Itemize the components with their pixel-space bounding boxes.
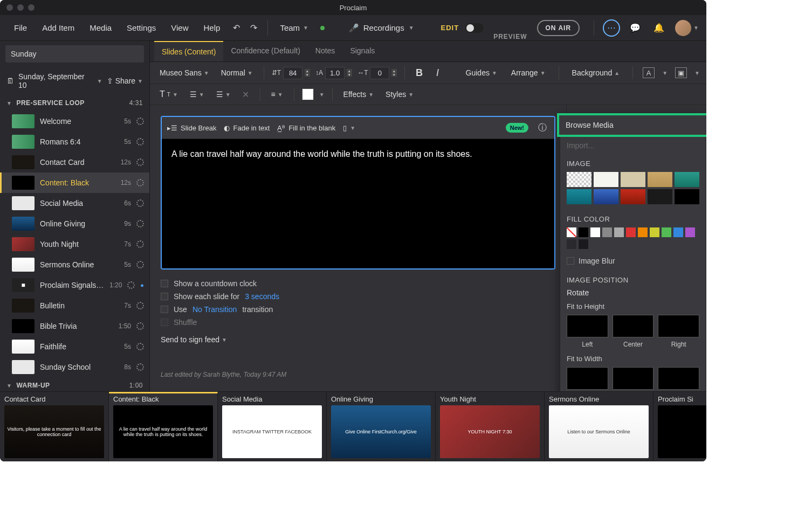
editor-canvas[interactable]: A lie can travel half way around the wor…	[162, 139, 554, 268]
fit-width-bottom[interactable]: Bottom	[658, 367, 699, 391]
date-label[interactable]: Sunday, September 10	[18, 72, 93, 89]
edit-preview-toggle[interactable]	[465, 23, 484, 33]
image-swatch-dark[interactable]	[648, 189, 672, 204]
slide-break-button[interactable]: ▸☰Slide Break	[167, 124, 216, 132]
image-swatch-black[interactable]	[675, 189, 699, 204]
tab-signals[interactable]: Signals	[342, 41, 382, 61]
slide-item[interactable]: ■Proclaim Signals - Ge…1:20●	[0, 275, 149, 295]
onair-button[interactable]: ON AIR	[537, 20, 580, 36]
fit-width-center[interactable]: Center	[613, 367, 654, 391]
image-swatch-beige[interactable]	[621, 172, 645, 187]
fit-height-left[interactable]: Left	[567, 315, 608, 348]
slide-item[interactable]: Content: Black12s	[0, 172, 149, 193]
team-dropdown[interactable]: Team ▼	[274, 20, 314, 36]
filmstrip[interactable]: Contact CardVisitors, please take a mome…	[0, 391, 706, 461]
italic-button[interactable]: I	[431, 66, 444, 79]
image-swatch-white[interactable]	[594, 172, 618, 187]
arrange-dropdown[interactable]: Arrange ▼	[508, 66, 549, 79]
fill-yellow[interactable]	[650, 227, 659, 237]
image-swatch-cyan[interactable]	[567, 189, 591, 204]
filmstrip-item[interactable]: Social MediaINSTAGRAM TWITTER FACEBOOK	[218, 392, 327, 461]
fill-black[interactable]	[579, 227, 588, 237]
bell-icon[interactable]: 🔔	[650, 19, 668, 37]
import-button[interactable]: Import...	[560, 137, 706, 154]
align-dropdown[interactable]: ≡ ▼	[268, 88, 286, 101]
font-size-stepper[interactable]: ⇵T▴▾	[272, 67, 310, 79]
fill-purple[interactable]	[685, 227, 695, 237]
image-swatch-parchment[interactable]	[648, 172, 672, 187]
slide-item[interactable]: Online Giving9s	[0, 213, 149, 234]
seconds-link[interactable]: 3 seconds	[245, 292, 279, 301]
menu-help[interactable]: Help	[197, 20, 227, 36]
indent-dropdown[interactable]: ☰ ▼	[213, 88, 234, 101]
menu-file[interactable]: File	[8, 20, 33, 36]
font-weight-select[interactable]: Normal ▼	[218, 66, 256, 79]
menu-media[interactable]: Media	[83, 20, 118, 36]
image-icon[interactable]: ▣	[675, 67, 687, 78]
slide-item[interactable]: Welcome5s	[0, 111, 149, 132]
fade-in-button[interactable]: ◐Fade in text	[224, 124, 270, 132]
info-icon[interactable]: ⓘ	[536, 121, 549, 134]
text-style-icon[interactable]: A	[643, 67, 655, 78]
slide-list[interactable]: ▼PRE-SERVICE LOOP4:31Welcome5sRomans 6:4…	[0, 95, 149, 391]
background-dropdown[interactable]: Background ▲	[569, 66, 623, 79]
text-transform-dropdown[interactable]: TT ▼	[156, 87, 181, 101]
filmstrip-item[interactable]: Sermons OnlineListen to our Sermons Onli…	[545, 392, 653, 461]
fill-gray2[interactable]	[614, 227, 624, 237]
fill-none[interactable]	[567, 227, 576, 237]
recordings-dropdown[interactable]: 🎤 Recordings ▼	[342, 20, 421, 36]
fill-gray1[interactable]	[602, 227, 612, 237]
share-button[interactable]: ⇪ Share ▼	[107, 77, 143, 85]
slide-item[interactable]: Contact Card12s	[0, 152, 149, 172]
calendar-icon[interactable]: 🗓	[6, 77, 14, 85]
image-swatch-red[interactable]	[621, 189, 645, 204]
tab-confidence[interactable]: Confidence (Default)	[223, 41, 307, 61]
menu-settings[interactable]: Settings	[120, 20, 162, 36]
text-direction-button[interactable]: ▯▼	[343, 124, 355, 132]
menu-view[interactable]: View	[164, 20, 195, 36]
menu-add-item[interactable]: Add Item	[36, 20, 81, 36]
filmstrip-item[interactable]: Online GivingGive Online FirstChurch.org…	[327, 392, 436, 461]
font-select[interactable]: Museo Sans ▼	[156, 66, 212, 79]
transition-checkbox[interactable]	[161, 306, 168, 313]
fill-blank-button[interactable]: A̲ᴮFill in the blank	[277, 124, 335, 132]
effects-dropdown[interactable]: Effects ▼	[340, 88, 377, 101]
each-slide-checkbox[interactable]	[161, 293, 168, 300]
browse-media-button[interactable]: Browse Media	[557, 113, 706, 137]
bold-button[interactable]: B	[412, 66, 425, 79]
fill-green[interactable]	[662, 227, 671, 237]
slide-item[interactable]: Social Media6s	[0, 193, 149, 213]
fill-orange[interactable]	[638, 227, 648, 237]
section-header[interactable]: ▼WARM-UP1:00	[0, 377, 149, 391]
presentation-name-input[interactable]	[5, 45, 144, 63]
slide-item[interactable]: Sunday School8s	[0, 357, 149, 377]
user-avatar[interactable]	[675, 20, 691, 36]
avatar-chevron-icon[interactable]: ▼	[693, 25, 699, 31]
image-swatch-transparent[interactable]	[567, 172, 591, 187]
fill-dark2[interactable]	[579, 239, 588, 249]
minimize-window-icon[interactable]	[17, 4, 24, 11]
slide-item[interactable]: Sermons Online5s	[0, 254, 149, 275]
section-header[interactable]: ▼PRE-SERVICE LOOP4:31	[0, 95, 149, 111]
slide-item[interactable]: Romans 6:45s	[0, 132, 149, 152]
image-blur-checkbox[interactable]	[567, 257, 574, 265]
guides-dropdown[interactable]: Guides ▼	[463, 66, 500, 79]
fill-dark1[interactable]	[567, 239, 576, 249]
text-color-swatch[interactable]	[302, 88, 314, 100]
slide-item[interactable]: Bible Trivia1:50	[0, 316, 149, 336]
fit-height-center[interactable]: Center	[613, 315, 654, 348]
image-swatch-blue[interactable]	[594, 189, 618, 204]
line-height-stepper[interactable]: ↕A▴▾	[315, 67, 352, 79]
tab-notes[interactable]: Notes	[308, 41, 343, 61]
slide-item[interactable]: Youth Night7s	[0, 234, 149, 254]
tab-slides[interactable]: Slides (Content)	[154, 41, 223, 61]
filmstrip-item[interactable]: Contact CardVisitors, please take a mome…	[0, 392, 109, 461]
chat-icon[interactable]: 💬	[627, 19, 644, 37]
filmstrip-item[interactable]: Content: BlackA lie can travel half way …	[109, 392, 218, 461]
close-window-icon[interactable]	[6, 4, 13, 11]
redo-icon[interactable]: ↷	[246, 20, 261, 36]
shuffle-checkbox[interactable]	[161, 319, 168, 326]
fit-width-top[interactable]: Top	[567, 367, 608, 391]
fill-blue[interactable]	[673, 227, 683, 237]
clear-format-icon[interactable]: ✕	[239, 88, 252, 101]
